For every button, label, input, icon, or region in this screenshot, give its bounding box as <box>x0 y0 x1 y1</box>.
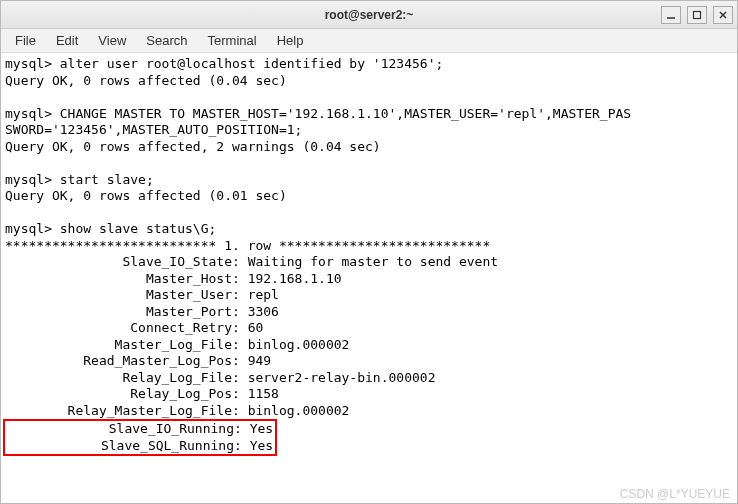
terminal-line: Slave_SQL_Running: Yes <box>7 438 273 453</box>
menu-terminal[interactable]: Terminal <box>198 31 267 50</box>
svg-rect-1 <box>694 12 701 19</box>
terminal-line: Query OK, 0 rows affected (0.01 sec) <box>5 188 287 203</box>
terminal-line: mysql> show slave status\G; <box>5 221 216 236</box>
window-title: root@server2:~ <box>325 8 414 22</box>
terminal-line: *************************** 1. row *****… <box>5 238 490 253</box>
window-controls <box>661 1 733 29</box>
titlebar: root@server2:~ <box>1 1 737 29</box>
terminal-line: mysql> start slave; <box>5 172 154 187</box>
terminal-line: Master_Port: 3306 <box>5 304 279 319</box>
menu-view[interactable]: View <box>88 31 136 50</box>
menu-search[interactable]: Search <box>136 31 197 50</box>
terminal-content[interactable]: mysql> alter user root@localhost identif… <box>1 53 737 503</box>
terminal-line: SWORD='123456',MASTER_AUTO_POSITION=1; <box>5 122 302 137</box>
close-button[interactable] <box>713 6 733 24</box>
menu-help[interactable]: Help <box>267 31 314 50</box>
terminal-line: Master_Log_File: binlog.000002 <box>5 337 349 352</box>
terminal-line: Relay_Master_Log_File: binlog.000002 <box>5 403 349 418</box>
terminal-line: Slave_IO_State: Waiting for master to se… <box>5 254 498 269</box>
menubar: File Edit View Search Terminal Help <box>1 29 737 53</box>
minimize-button[interactable] <box>661 6 681 24</box>
terminal-line: mysql> CHANGE MASTER TO MASTER_HOST='192… <box>5 106 631 121</box>
terminal-line: Connect_Retry: 60 <box>5 320 263 335</box>
maximize-button[interactable] <box>687 6 707 24</box>
highlight-slave-running: Slave_IO_Running: Yes Slave_SQL_Running:… <box>3 419 277 456</box>
terminal-line: mysql> alter user root@localhost identif… <box>5 56 443 71</box>
terminal-line: Query OK, 0 rows affected, 2 warnings (0… <box>5 139 381 154</box>
terminal-line: Master_User: repl <box>5 287 279 302</box>
terminal-line: Master_Host: 192.168.1.10 <box>5 271 342 286</box>
terminal-line: Read_Master_Log_Pos: 949 <box>5 353 271 368</box>
terminal-window: root@server2:~ File Edit View Search Ter… <box>0 0 738 504</box>
menu-file[interactable]: File <box>5 31 46 50</box>
terminal-line: Query OK, 0 rows affected (0.04 sec) <box>5 73 287 88</box>
menu-edit[interactable]: Edit <box>46 31 88 50</box>
terminal-line: Relay_Log_Pos: 1158 <box>5 386 279 401</box>
terminal-line: Relay_Log_File: server2-relay-bin.000002 <box>5 370 435 385</box>
terminal-line: Slave_IO_Running: Yes <box>7 421 273 436</box>
